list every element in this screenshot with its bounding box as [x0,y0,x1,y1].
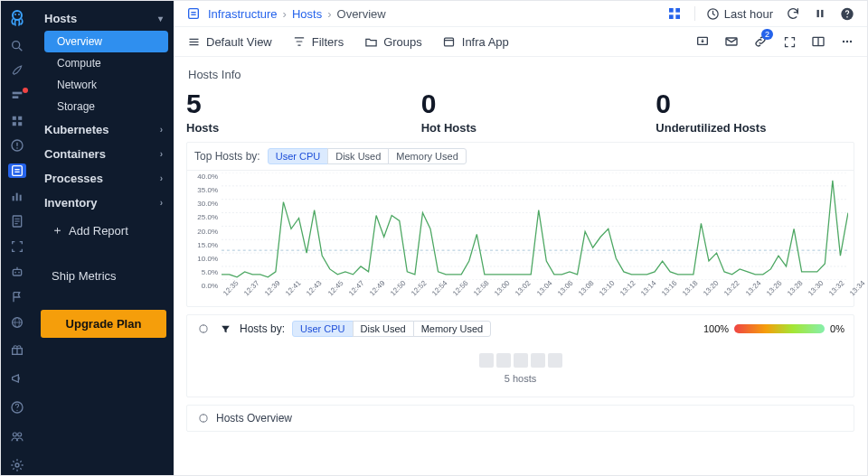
x-tick: 12:52 [410,279,429,298]
add-report-button[interactable]: ＋ Add Report [33,215,174,246]
svg-rect-39 [191,12,195,13]
fullscreen-icon[interactable] [782,34,797,49]
x-tick: 13:30 [807,279,826,298]
hosts-by-panel: Hosts by: User CPUDisk UsedMemory Used 1… [186,314,854,397]
svg-point-34 [16,410,17,411]
default-view-button[interactable]: Default View [186,34,272,49]
host-heatmap[interactable] [196,353,844,368]
filters-button[interactable]: Filters [292,34,344,49]
host-cell[interactable] [514,353,528,368]
svg-rect-6 [13,96,19,98]
breadcrumb-leaf: Overview [337,7,386,21]
rail-globe-icon[interactable] [8,315,26,330]
chart-area[interactable]: 40.0%35.0%30.0%25.0%20.0%15.0%10.0%5.0%0… [187,171,854,306]
rail-metrics-icon[interactable] [8,189,26,203]
rail-grid-icon[interactable] [8,115,26,127]
groups-button[interactable]: Groups [363,34,422,49]
svg-point-73 [200,415,207,422]
metric-pill-memory-used[interactable]: Memory Used [413,321,491,337]
x-tick: 13:02 [514,279,533,298]
folder-icon [363,34,378,49]
host-cell[interactable] [496,353,511,368]
svg-point-26 [18,272,20,274]
metric-pill-group-2: User CPUDisk UsedMemory Used [292,321,491,337]
x-tick: 12:50 [389,279,408,298]
dashboard-grid-icon[interactable] [667,6,682,21]
metric-pill-memory-used[interactable]: Memory Used [388,148,466,164]
time-range-picker[interactable]: Last hour [694,6,773,21]
sidebar-item-compute[interactable]: Compute [33,52,174,74]
svg-rect-17 [13,196,14,201]
x-tick: 13:14 [639,279,658,298]
panel-handle-icon[interactable] [196,411,211,425]
help-icon[interactable] [840,6,854,21]
breadcrumb-root[interactable]: Infrastructure [208,7,278,21]
share-badge: 2 [761,29,773,40]
x-tick: 12:37 [242,279,261,298]
rail-search-icon[interactable] [8,39,26,53]
rail-infrastructure-icon[interactable] [8,163,26,178]
sidebar-group-inventory[interactable]: Inventory› [33,191,174,215]
rail-bot-icon[interactable] [8,265,26,279]
share-link-icon[interactable]: 2 [753,34,768,49]
svg-point-60 [846,41,848,42]
app-icon [442,34,457,49]
rail-gift-icon[interactable] [8,341,26,359]
mail-icon[interactable] [724,34,739,49]
rail-rules-icon[interactable] [8,89,26,104]
upgrade-plan-button[interactable]: Upgrade Plan [41,310,166,338]
rail-help-icon[interactable] [8,398,26,416]
x-tick: 13:18 [681,279,700,298]
sidebar-item-storage[interactable]: Storage [33,96,174,117]
panel-handle-icon[interactable] [196,322,211,336]
sidebar-group-processes[interactable]: Processes› [33,166,174,191]
sidebar-group-label: Hosts [44,12,77,25]
x-tick: 12:45 [326,279,345,298]
hosts-info-title: Hosts Info [188,68,854,81]
y-tick: 5.0% [191,268,218,276]
svg-point-49 [846,16,848,18]
infra-app-button[interactable]: Infra App [442,34,509,49]
y-tick: 35.0% [191,186,218,194]
refresh-icon[interactable] [786,6,800,21]
sidebar-group-containers[interactable]: Containers› [33,142,174,166]
rail-logs-icon[interactable] [8,214,26,229]
pause-icon[interactable] [813,6,827,21]
host-cell[interactable] [548,353,562,368]
x-tick: 12:43 [305,279,324,298]
rail-alert-icon[interactable] [8,138,26,153]
svg-rect-7 [13,117,16,120]
download-icon[interactable] [695,34,710,49]
metric-pill-user-cpu[interactable]: User CPU [268,148,329,164]
sidebar-group-kubernetes[interactable]: Kubernetes› [33,117,174,142]
rail-team-icon[interactable] [8,427,26,445]
host-cell[interactable] [531,353,545,368]
sidebar-item-network[interactable]: Network [33,74,174,96]
metric-pill-group: User CPUDisk UsedMemory Used [268,148,467,164]
host-cell[interactable] [479,353,494,368]
x-tick: 13:10 [598,279,617,298]
x-tick: 12:58 [472,279,491,298]
rail-flag-icon[interactable] [8,290,26,304]
metric-pill-disk-used[interactable]: Disk Used [327,148,389,164]
rail-gear-icon[interactable] [8,456,26,474]
sidebar-item-overview[interactable]: Overview [44,31,168,52]
filter-icon [292,34,307,49]
breadcrumb-mid[interactable]: Hosts [292,7,322,21]
rail-megaphone-icon[interactable] [8,369,26,387]
metric-pill-disk-used[interactable]: Disk Used [353,321,414,337]
rail-rocket-icon[interactable] [8,64,26,79]
sidebar-group-hosts[interactable]: Hosts ▾ [33,6,174,31]
x-tick: 13:28 [786,279,805,298]
panel-icon[interactable] [811,34,826,49]
rail-scan-icon[interactable] [8,239,26,254]
plus-icon: ＋ [52,222,63,238]
x-tick: 13:32 [827,279,846,298]
funnel-icon[interactable] [218,322,232,336]
metric-pill-user-cpu[interactable]: User CPU [292,321,354,337]
ship-metrics-link[interactable]: Ship Metrics [33,262,174,290]
y-tick: 0.0% [191,282,218,290]
svg-rect-53 [445,38,454,46]
more-icon[interactable] [840,34,854,49]
main: Infrastructure › Hosts › Overview Last h… [174,1,867,475]
